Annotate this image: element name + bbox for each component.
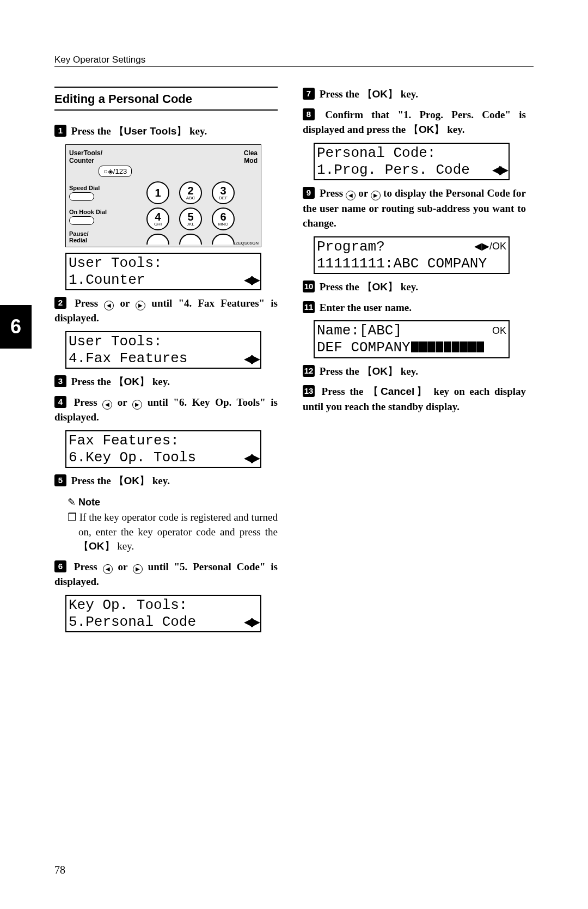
step-1: 1 Press the User Tools key. [54,124,278,139]
lcd-line: User Tools: [69,255,162,272]
key-user-tools: User Tools [114,125,187,137]
nav-right-icon: ▶ [371,191,381,200]
lcd-name-entry: Name:[ABC]OK DEF COMPANY [314,320,510,358]
nav-arrows-icon: ◀▶ [244,273,258,287]
keypad-8-partial[interactable] [179,234,202,245]
note-heading: Note [68,496,278,508]
step-3: 3 Press the OK key. [54,374,278,389]
step-5: 5 Press the OK key. [54,473,278,489]
nav-arrows-icon: ◀▶ [244,352,258,366]
on-hook-dial-button[interactable] [69,216,94,225]
key-ok: OK [114,376,150,387]
step-text: Press the [71,125,114,137]
step-number: 6 [54,560,66,572]
content-columns: Editing a Personal Code 1 Press the User… [54,87,534,638]
step-text: Press [75,297,104,309]
key-ok: OK [362,365,399,377]
nav-arrows-icon: ◀▶ [244,451,258,465]
speed-dial-button[interactable] [69,192,94,201]
step-number: 2 [54,297,66,309]
step-11: 11 Enter the user name. [303,300,526,315]
step-text: Press the [322,386,368,397]
key-ok: OK [78,540,115,552]
key-ok: OK [114,475,150,486]
keypad-3[interactable]: 3DEF [212,181,235,204]
left-column: Editing a Personal Code 1 Press the User… [54,87,278,638]
step-number: 7 [303,88,315,100]
label-pause-redial: Pause/ Redial [69,230,124,243]
lcd-line: 1.Counter [69,272,145,289]
lcd-line: 4.Fax Features [69,350,187,367]
nav-arrows-icon: ◀▶ [492,163,506,177]
step-text: key. [398,88,418,100]
step-text: Press the [320,88,362,100]
lcd-line: User Tools: [69,333,162,350]
input-cursor-blocks [411,339,484,356]
note-body: If the key operator code is registered a… [68,510,278,554]
keypad-5[interactable]: 5JKL [179,208,202,230]
keypad-6[interactable]: 6MNO [212,208,235,230]
step-text: Press [74,396,103,408]
label-speed-dial: Speed Dial [69,185,124,191]
step-text: Press the [71,475,114,486]
step-8: 8 Confirm that "1. Prog. Pers. Code" is … [303,107,526,137]
label-usertools-counter: UserTools/ Counter [69,149,102,164]
lcd-personal-code-menu: Key Op. Tools: 5.Personal Code◀▶ [65,595,261,632]
chapter-tab: 6 [0,305,32,349]
step-text: Enter the user name. [320,302,412,313]
step-number: 10 [303,280,315,292]
step-6: 6 Press ◀ or ▶ until "5. Personal Code" … [54,559,278,589]
step-12: 12 Press the OK key. [303,364,526,379]
keypad-2[interactable]: 2ABC [179,181,202,204]
lcd-line: Name:[ABC] [317,322,402,339]
keypad-9-partial[interactable] [212,234,235,245]
step-text: or [114,297,136,309]
nav-right-icon: ▶ [136,301,145,310]
key-ok: OK [362,281,399,292]
running-header: Key Operator Settings [54,54,534,65]
step-text: Press the [320,365,362,377]
right-column: 7 Press the OK key. 8 Confirm that "1. P… [303,87,526,638]
lcd-key-op-tools: Fax Features: 6.Key Op. Tools◀▶ [65,430,261,468]
keypad-7-partial[interactable] [146,234,169,245]
step-text: Press [74,561,103,572]
nav-left-icon: ◀ [102,400,112,410]
label-on-hook-dial: On Hook Dial [69,209,124,215]
key-ok: OK [362,88,399,100]
key-ok: OK [408,124,445,135]
lcd-user-tools-counter: User Tools: 1.Counter◀▶ [65,253,261,290]
numeric-keypad: 1 2ABC 3DEF 4GHI 5JKL 6MNO [124,181,258,245]
step-text: key. [187,125,207,137]
step-text: key. [444,124,464,135]
keypad-1[interactable]: 1 [146,181,169,204]
step-text: or [112,396,132,408]
manual-page: Key Operator Settings 6 78 Editing a Per… [0,0,588,909]
figure-code: ZEQS06GN [235,241,259,246]
user-tools-hw-button[interactable]: ○◈/123 [99,166,132,177]
keypad-4[interactable]: 4GHI [146,208,169,230]
lcd-line: Program? [317,239,385,255]
step-number: 8 [303,108,315,120]
step-text: key. [150,376,170,387]
keypad-figure: UserTools/ Counter Clea Mod ○◈/123 Speed… [65,144,261,247]
lcd-line: 11111111:ABC COMPANY [317,255,487,272]
nav-ok-indicator: ◀▶/OK [474,241,506,253]
step-7: 7 Press the OK key. [303,87,526,102]
step-number: 13 [303,385,315,397]
lcd-prog-pers-code: Personal Code: 1.Prog. Pers. Code◀▶ [314,143,510,180]
step-number: 1 [54,125,66,137]
step-text: Press the [71,376,114,387]
step-number: 5 [54,474,66,486]
step-number: 3 [54,375,66,387]
step-number: 11 [303,301,315,313]
step-2: 2 Press ◀ or ▶ until "4. Fax Features" i… [54,296,278,326]
nav-left-icon: ◀ [346,191,356,200]
step-10: 10 Press the OK key. [303,279,526,295]
step-number: 4 [54,396,66,408]
lcd-fax-features: User Tools: 4.Fax Features◀▶ [65,331,261,369]
nav-right-icon: ▶ [132,400,142,410]
step-4: 4 Press ◀ or ▶ until "6. Key Op. Tools" … [54,395,278,425]
label-clear-modes: Clea Mod [244,149,258,164]
step-text: Press the [320,281,362,292]
page-number: 78 [54,864,65,876]
